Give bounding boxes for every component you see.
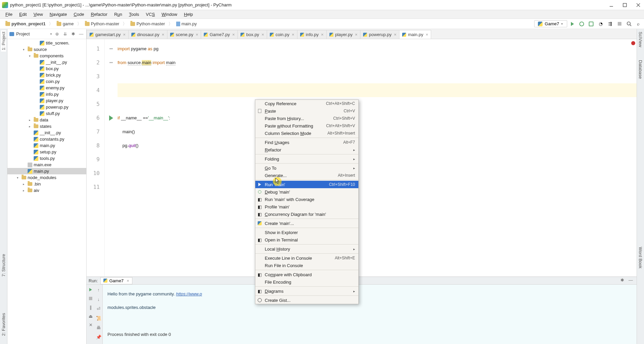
tool-tab-database[interactable]: Database [638,59,643,80]
pin-button[interactable]: 📌 [96,334,102,340]
tree-item[interactable]: setup.py [7,149,86,155]
tree-item[interactable]: enemy.py [7,85,86,91]
hide-icon[interactable]: — [629,278,635,284]
pause-button[interactable]: ‖ [88,304,94,310]
tool-tab-wordbook[interactable]: Word Book [638,246,643,270]
context-menu[interactable]: Copy ReferenceCtrl+Alt+Shift+CPasteCtrl+… [255,99,359,304]
hide-icon[interactable]: — [78,31,84,37]
context-menu-item[interactable]: ◧Open in Terminal [255,236,358,243]
context-menu-item[interactable]: ◧Profile 'main' [255,203,358,210]
search-button[interactable] [626,21,632,27]
context-menu-item[interactable]: Run 'main'Ctrl+Shift+F10 [255,181,358,188]
tree-item[interactable]: info.py [7,91,86,97]
print-button[interactable]: 🖶 [96,324,102,331]
tool-tab-favorites[interactable]: 2: Favorites [1,312,6,337]
tree-item[interactable]: ▸states [7,123,86,130]
tool-tab-sciview[interactable]: SciView [638,30,643,49]
rerun-button[interactable] [88,287,94,293]
breadcrumb-item[interactable]: game [54,21,76,27]
tree-item[interactable]: ▸.bin [7,181,86,187]
editor-tab[interactable]: main.py× [399,30,431,39]
scroll-button[interactable]: 📜 [96,315,102,321]
stop-button[interactable] [616,21,622,27]
context-menu-item[interactable]: File Encoding [255,278,358,286]
editor-tab[interactable]: player.py× [326,30,361,39]
close-icon[interactable]: × [232,32,235,37]
code-editor[interactable]: import pygame as pg from source.main imp… [118,39,637,277]
close-icon[interactable]: × [127,278,129,283]
close-icon[interactable]: × [292,32,294,37]
editor-tab[interactable]: scene.py× [167,30,201,39]
tree-item[interactable]: brick.py [7,72,86,78]
concurrency-button[interactable]: ⇶ [607,21,613,27]
context-menu-item[interactable]: Find UsagesAlt+F7 [255,139,358,146]
exit-button[interactable]: ⏏ [88,313,94,319]
tree-item[interactable]: title_screen. [7,40,86,46]
menu-item[interactable]: Refactor [88,11,110,18]
breadcrumb-item[interactable]: Python-master [128,21,168,27]
tree-item[interactable]: main.py [7,168,86,174]
error-stripe-icon[interactable] [631,41,635,45]
tool-tab-project[interactable]: 1: Project [1,30,6,52]
close-icon[interactable]: × [321,32,324,37]
context-menu-item[interactable]: Create Gist... [255,296,358,304]
editor-tab[interactable]: coin.py× [267,30,297,39]
tree-item[interactable]: ▾node_modules [7,174,86,181]
menu-item[interactable]: Edit [17,11,29,18]
close-button[interactable]: ✕ [88,322,94,328]
editor-tab[interactable]: dinosaur.py× [128,30,167,39]
tree-item[interactable]: box.py [7,65,86,72]
close-icon[interactable]: × [261,32,264,37]
editor-tab[interactable]: Game7.py× [201,30,238,39]
profile-button[interactable]: ◔ [598,21,604,27]
tree-item[interactable]: main.py [7,142,86,149]
context-menu-item[interactable]: Go To▸ [255,164,358,172]
run-line-icon[interactable] [109,115,113,121]
up-button[interactable]: ↑ [96,287,102,293]
menu-item[interactable]: Run [111,11,125,18]
context-menu-item[interactable]: Paste without FormattingCtrl+Alt+Shift+V [255,122,358,130]
close-icon[interactable]: × [123,32,126,37]
context-menu-item[interactable]: Column Selection ModeAlt+Shift+Insert [255,130,358,137]
close-icon[interactable]: × [426,32,428,37]
breadcrumb-item[interactable]: Python-master [82,21,122,27]
menu-item[interactable]: Code [71,11,87,18]
context-menu-item[interactable]: Generate...Alt+Insert [255,172,358,179]
context-menu-item[interactable]: Paste from History...Ctrl+Shift+V [255,115,358,122]
tree-item[interactable]: player.py [7,97,86,104]
tree-item[interactable]: ▾components [7,53,86,59]
context-menu-item[interactable]: ◧Compare with Clipboard [255,271,358,278]
context-menu-item[interactable]: ◧Diagrams▸ [255,287,358,295]
context-menu-item[interactable]: ◧Run 'main' with Coverage [255,196,358,203]
stop-button[interactable] [88,295,94,302]
close-button[interactable] [636,3,641,7]
context-menu-item[interactable]: Copy ReferenceCtrl+Alt+Shift+C [255,100,358,107]
tree-item[interactable]: ▸data [7,117,86,123]
locate-icon[interactable]: ⊕ [54,31,60,37]
tree-item[interactable]: ▾source [7,46,86,53]
collapse-icon[interactable]: ⇊ [62,31,68,37]
context-menu-item[interactable]: Run File in Console [255,262,358,269]
close-icon[interactable]: × [162,32,164,37]
context-menu-item[interactable]: Folding▸ [255,155,358,163]
menu-item[interactable]: File [3,11,15,18]
tree-item[interactable]: __init__.py [7,130,86,136]
tree-item[interactable]: coin.py [7,78,86,85]
fold-icon[interactable] [109,48,113,49]
coverage-button[interactable] [588,21,594,27]
maximize-button[interactable] [622,3,627,7]
run-config-selector[interactable]: Game7 ▾ [534,20,567,27]
settings-icon[interactable]: ✱ [70,31,76,37]
context-menu-item[interactable]: Create 'main'... [255,220,358,227]
menu-item[interactable]: Tools [126,11,142,18]
close-icon[interactable]: × [394,32,397,37]
tree-item[interactable]: ▸aiv [7,187,86,194]
editor-tab[interactable]: box.py× [237,30,267,39]
breadcrumb-item[interactable]: python_project1 [3,21,48,27]
tree-item[interactable]: stuff.py [7,110,86,117]
tree-item[interactable]: constants.py [7,136,86,142]
tree-item[interactable]: powerup.py [7,104,86,110]
console-link[interactable]: https://www.p [176,291,202,296]
menu-item[interactable]: View [31,11,45,18]
close-icon[interactable]: × [196,32,198,37]
